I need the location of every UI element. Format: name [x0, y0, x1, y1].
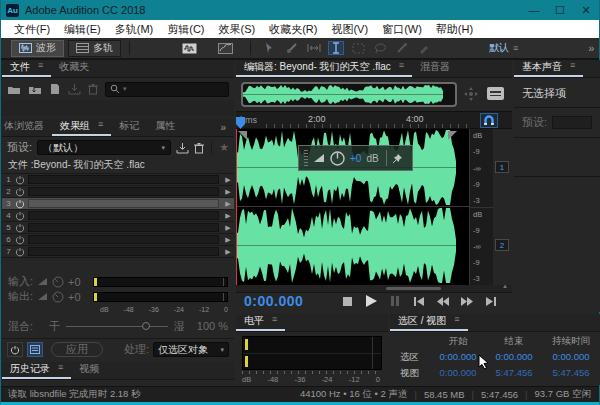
power-icon[interactable]: [15, 175, 25, 185]
essential-sound-menu-icon[interactable]: ≡: [570, 60, 575, 74]
stop-button[interactable]: [335, 293, 359, 309]
power-icon[interactable]: [15, 235, 25, 245]
maximize-button[interactable]: ☐: [547, 0, 573, 20]
tab-essential-sound[interactable]: 基本声音≡: [514, 58, 583, 77]
editor-menu-icon[interactable]: ≡: [399, 60, 404, 74]
brush-tool-icon[interactable]: [394, 41, 410, 55]
delete-preset-icon[interactable]: [194, 142, 204, 154]
scroll-up-icon[interactable]: ▲: [502, 283, 508, 289]
power-icon[interactable]: [15, 187, 25, 197]
effect-slot-1[interactable]: 1▶: [2, 174, 234, 186]
toolbar-overflow-icon[interactable]: »: [588, 42, 594, 54]
tab-video[interactable]: 视频: [71, 360, 107, 379]
slot-arrow-icon[interactable]: ▶: [222, 248, 234, 256]
view-duration-value[interactable]: 5:47.456: [542, 367, 600, 380]
save-preset-icon[interactable]: [176, 142, 189, 154]
menu-effects[interactable]: 效果(S): [212, 22, 263, 37]
effects-panel-overflow-icon[interactable]: »: [212, 120, 234, 136]
multitrack-mode-button[interactable]: 多轨: [68, 40, 121, 57]
slot-arrow-icon[interactable]: ▶: [222, 236, 234, 244]
rack-power-button[interactable]: [7, 342, 23, 357]
fade-in-handle[interactable]: [238, 131, 247, 140]
preset-dropdown[interactable]: （默认） ▾: [37, 140, 171, 155]
tab-history[interactable]: 历史记录≡: [2, 360, 71, 379]
move-tool-icon[interactable]: [262, 41, 278, 55]
rewind-button[interactable]: [431, 293, 455, 309]
rack-list-button[interactable]: [27, 342, 43, 357]
close-button[interactable]: ✕: [573, 0, 599, 20]
spot-heal-tool-icon[interactable]: [416, 41, 432, 55]
power-icon[interactable]: [15, 211, 25, 221]
slot-arrow-icon[interactable]: ▶: [222, 176, 234, 184]
menu-view[interactable]: 视图(V): [324, 22, 375, 37]
menu-favorites[interactable]: 收藏夹(R): [262, 22, 324, 37]
favorite-star-icon[interactable]: ★: [219, 141, 229, 154]
fade-out-handle[interactable]: [448, 131, 457, 140]
mix-slider-handle[interactable]: [142, 322, 150, 330]
tab-editor[interactable]: 编辑器: Beyond- 我们的天空 .flac ≡: [236, 58, 412, 77]
power-icon[interactable]: [15, 199, 25, 209]
workspace-switcher[interactable]: 默认 ≡: [489, 41, 518, 55]
effect-slot-3-selected[interactable]: 3▶: [2, 198, 234, 210]
slot-arrow-icon[interactable]: ▶: [222, 224, 234, 232]
timeline-ruler[interactable]: hms 2:00 4:00: [236, 111, 512, 129]
gain-knob-icon[interactable]: [52, 291, 64, 303]
selection-duration-value[interactable]: 0:00.000: [542, 351, 600, 364]
channel-2-button[interactable]: 2: [495, 239, 509, 251]
search-input[interactable]: ▾: [105, 82, 229, 97]
channel-1-button[interactable]: 1: [495, 161, 509, 173]
history-menu-icon[interactable]: ≡: [58, 362, 63, 376]
menu-clip[interactable]: 剪辑(C): [160, 22, 211, 37]
razor-tool-icon[interactable]: [284, 41, 300, 55]
pin-icon[interactable]: [392, 153, 403, 164]
power-icon[interactable]: [15, 247, 25, 257]
marquee-tool-icon[interactable]: [350, 41, 366, 55]
files-panel-menu-icon[interactable]: ≡: [38, 60, 43, 74]
pause-button[interactable]: [383, 293, 407, 309]
gain-hud[interactable]: +0 dB: [298, 145, 413, 171]
save-file-icon[interactable]: [68, 83, 81, 95]
tab-favorites[interactable]: 收藏夹: [51, 58, 97, 77]
open-file-icon[interactable]: [7, 84, 21, 95]
effect-slot-4[interactable]: 4▶: [2, 210, 234, 222]
view-end-value[interactable]: 5:47.456: [486, 367, 542, 380]
effects-rack-menu-icon[interactable]: ≡: [98, 119, 103, 133]
import-file-icon[interactable]: [28, 84, 42, 95]
gain-knob-icon[interactable]: [52, 276, 64, 288]
process-dropdown[interactable]: 仅选区对象 ▾: [153, 342, 229, 357]
menu-window[interactable]: 窗口(W): [375, 22, 429, 37]
waveform-mode-button[interactable]: 波形: [11, 40, 64, 57]
hud-grip[interactable]: [304, 150, 308, 166]
menu-edit[interactable]: 编辑(E): [57, 22, 108, 37]
scrollbar-thumb[interactable]: [386, 287, 441, 290]
trash-icon[interactable]: [88, 83, 98, 95]
menu-file[interactable]: 文件(F): [7, 22, 57, 37]
effect-slot-6[interactable]: 6▶: [2, 234, 234, 246]
levels-menu-icon[interactable]: ≡: [272, 314, 277, 328]
power-icon[interactable]: [15, 223, 25, 233]
effect-slot-5[interactable]: 5▶: [2, 222, 234, 234]
tab-markers[interactable]: 标记: [111, 117, 147, 136]
time-display[interactable]: 0:00.000: [244, 293, 303, 309]
effect-slot-2[interactable]: 2▶: [2, 186, 234, 198]
menu-help[interactable]: 帮助(H): [429, 22, 480, 37]
mix-slider[interactable]: [66, 326, 168, 327]
selection-end-value[interactable]: 0:00.000: [486, 351, 542, 364]
skip-start-button[interactable]: [407, 293, 431, 309]
overview-navigator[interactable]: [241, 82, 457, 107]
apply-button[interactable]: 应用: [51, 342, 103, 357]
tab-properties[interactable]: 属性: [147, 117, 183, 136]
tab-levels[interactable]: 电平≡: [236, 312, 285, 331]
editor-settings-icon[interactable]: [487, 87, 504, 100]
play-button[interactable]: [359, 293, 383, 309]
snap-magnet-button[interactable]: [480, 113, 498, 128]
lasso-tool-icon[interactable]: [372, 41, 388, 55]
time-selection-tool-icon[interactable]: [328, 41, 344, 55]
slot-arrow-icon[interactable]: ▶: [222, 188, 234, 196]
fast-forward-button[interactable]: [455, 293, 479, 309]
workspace-menu-icon[interactable]: ≡: [513, 43, 518, 53]
playhead-handle[interactable]: [235, 116, 246, 130]
spectral-view-button[interactable]: [217, 41, 233, 55]
minimize-button[interactable]: —: [521, 0, 547, 20]
slot-arrow-icon[interactable]: ▶: [222, 200, 234, 208]
